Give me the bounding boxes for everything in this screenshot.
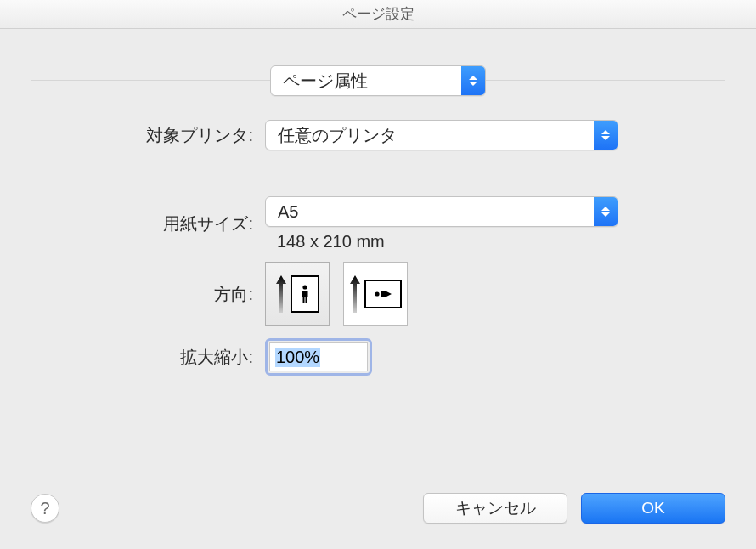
cancel-label: キャンセル <box>455 497 536 519</box>
paper-size-value: A5 <box>278 202 298 222</box>
orientation-label: 方向: <box>31 283 265 306</box>
printer-label: 対象プリンタ: <box>31 124 265 147</box>
help-icon: ? <box>40 499 49 518</box>
ok-button[interactable]: OK <box>581 493 725 524</box>
page-portrait-icon <box>291 275 319 313</box>
page-landscape-icon <box>364 280 402 308</box>
settings-mode-popup[interactable]: ページ属性 <box>270 65 486 96</box>
paper-dimensions: 148 x 210 mm <box>277 232 725 252</box>
settings-mode-value: ページ属性 <box>283 70 368 93</box>
divider-bottom <box>31 410 725 410</box>
scale-label: 拡大縮小: <box>31 346 265 369</box>
arrow-up-icon <box>275 274 287 314</box>
svg-rect-1 <box>302 291 308 297</box>
svg-point-4 <box>375 291 379 296</box>
orientation-landscape-button[interactable] <box>343 262 408 326</box>
chevron-updown-icon <box>594 121 618 150</box>
printer-value: 任意のプリンタ <box>278 124 397 147</box>
orientation-portrait-button[interactable] <box>265 262 330 326</box>
arrow-up-icon <box>349 274 361 314</box>
scale-input-focus-ring: 100% <box>265 338 372 376</box>
help-button[interactable]: ? <box>31 494 59 523</box>
paper-size-label: 用紙サイズ: <box>31 212 265 235</box>
cancel-button[interactable]: キャンセル <box>423 493 567 524</box>
chevron-updown-icon <box>461 66 485 95</box>
svg-rect-3 <box>306 297 307 303</box>
ok-label: OK <box>641 499 664 518</box>
scale-input[interactable]: 100% <box>269 342 368 371</box>
chevron-updown-icon <box>594 197 618 226</box>
scale-value: 100% <box>275 348 320 367</box>
svg-rect-2 <box>303 297 305 303</box>
svg-point-0 <box>302 285 307 289</box>
window-title: ページ設定 <box>0 0 756 29</box>
paper-size-popup[interactable]: A5 <box>265 196 618 227</box>
printer-popup[interactable]: 任意のプリンタ <box>265 120 618 150</box>
